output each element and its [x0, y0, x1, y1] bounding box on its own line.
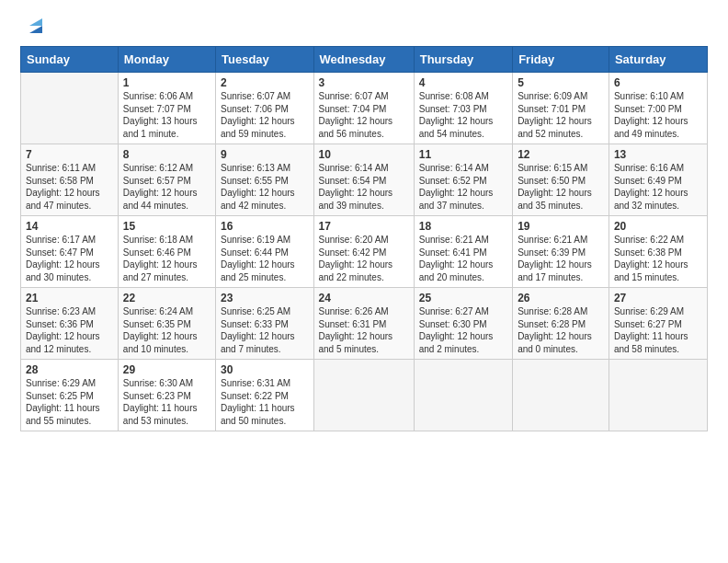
day-info: Sunrise: 6:07 AMSunset: 7:06 PMDaylight:… — [221, 90, 309, 140]
calendar-header-tuesday: Tuesday — [216, 47, 314, 73]
day-info: Sunrise: 6:30 AMSunset: 6:23 PMDaylight:… — [123, 377, 210, 427]
day-info: Sunrise: 6:17 AMSunset: 6:47 PMDaylight:… — [26, 234, 113, 283]
calendar-week-5: 28Sunrise: 6:29 AMSunset: 6:25 PMDayligh… — [21, 360, 708, 431]
day-number: 18 — [419, 220, 507, 233]
logo — [20, 17, 46, 37]
calendar-cell: 28Sunrise: 6:29 AMSunset: 6:25 PMDayligh… — [21, 360, 119, 431]
page: SundayMondayTuesdayWednesdayThursdayFrid… — [0, 0, 728, 563]
day-number: 7 — [26, 148, 113, 161]
day-number: 11 — [419, 148, 507, 161]
calendar-cell — [513, 360, 609, 431]
calendar-cell: 4Sunrise: 6:08 AMSunset: 7:03 PMDaylight… — [414, 73, 512, 144]
day-number: 29 — [123, 363, 210, 376]
day-info: Sunrise: 6:21 AMSunset: 6:39 PMDaylight:… — [518, 234, 604, 283]
day-number: 30 — [221, 363, 309, 376]
calendar-cell: 15Sunrise: 6:18 AMSunset: 6:46 PMDayligh… — [118, 216, 215, 288]
calendar-cell: 3Sunrise: 6:07 AMSunset: 7:04 PMDaylight… — [313, 73, 414, 144]
day-number: 25 — [419, 292, 507, 304]
calendar-week-1: 1Sunrise: 6:06 AMSunset: 7:07 PMDaylight… — [21, 73, 708, 144]
day-info: Sunrise: 6:15 AMSunset: 6:50 PMDaylight:… — [518, 162, 604, 212]
day-number: 5 — [518, 76, 604, 89]
day-number: 20 — [614, 220, 702, 233]
calendar-cell: 30Sunrise: 6:31 AMSunset: 6:22 PMDayligh… — [216, 360, 314, 431]
calendar-week-4: 21Sunrise: 6:23 AMSunset: 6:36 PMDayligh… — [21, 288, 708, 360]
day-info: Sunrise: 6:22 AMSunset: 6:38 PMDaylight:… — [614, 234, 702, 283]
calendar-cell — [313, 360, 414, 431]
day-number: 8 — [123, 148, 210, 161]
calendar-cell: 27Sunrise: 6:29 AMSunset: 6:27 PMDayligh… — [609, 288, 707, 360]
day-info: Sunrise: 6:29 AMSunset: 6:25 PMDaylight:… — [26, 377, 113, 427]
calendar-cell: 26Sunrise: 6:28 AMSunset: 6:28 PMDayligh… — [513, 288, 609, 360]
day-info: Sunrise: 6:07 AMSunset: 7:04 PMDaylight:… — [319, 90, 409, 140]
day-number: 24 — [319, 292, 409, 304]
calendar-cell: 11Sunrise: 6:14 AMSunset: 6:52 PMDayligh… — [414, 144, 512, 216]
calendar-cell: 10Sunrise: 6:14 AMSunset: 6:54 PMDayligh… — [313, 144, 414, 216]
calendar-header-sunday: Sunday — [21, 47, 119, 73]
day-info: Sunrise: 6:11 AMSunset: 6:58 PMDaylight:… — [26, 162, 113, 212]
calendar-header-friday: Friday — [513, 47, 609, 73]
calendar-header-wednesday: Wednesday — [313, 47, 414, 73]
calendar-header-monday: Monday — [118, 47, 215, 73]
day-number: 28 — [26, 363, 113, 376]
calendar-header-row: SundayMondayTuesdayWednesdayThursdayFrid… — [21, 47, 708, 73]
day-number: 17 — [319, 220, 409, 233]
calendar-cell — [21, 73, 119, 144]
day-info: Sunrise: 6:21 AMSunset: 6:41 PMDaylight:… — [419, 234, 507, 283]
day-info: Sunrise: 6:08 AMSunset: 7:03 PMDaylight:… — [419, 90, 507, 140]
calendar-cell: 20Sunrise: 6:22 AMSunset: 6:38 PMDayligh… — [609, 216, 707, 288]
calendar-cell: 14Sunrise: 6:17 AMSunset: 6:47 PMDayligh… — [21, 216, 119, 288]
calendar-cell: 19Sunrise: 6:21 AMSunset: 6:39 PMDayligh… — [513, 216, 609, 288]
calendar-cell: 7Sunrise: 6:11 AMSunset: 6:58 PMDaylight… — [21, 144, 119, 216]
calendar-header-thursday: Thursday — [414, 47, 512, 73]
day-number: 19 — [518, 220, 604, 233]
day-info: Sunrise: 6:23 AMSunset: 6:36 PMDaylight:… — [26, 305, 113, 355]
calendar-cell: 1Sunrise: 6:06 AMSunset: 7:07 PMDaylight… — [118, 73, 215, 144]
calendar-cell: 29Sunrise: 6:30 AMSunset: 6:23 PMDayligh… — [118, 360, 215, 431]
day-info: Sunrise: 6:14 AMSunset: 6:54 PMDaylight:… — [319, 162, 409, 212]
calendar-table: SundayMondayTuesdayWednesdayThursdayFrid… — [20, 46, 708, 431]
day-info: Sunrise: 6:27 AMSunset: 6:30 PMDaylight:… — [419, 305, 507, 355]
day-number: 21 — [26, 292, 113, 304]
day-info: Sunrise: 6:10 AMSunset: 7:00 PMDaylight:… — [614, 90, 702, 140]
calendar-cell: 16Sunrise: 6:19 AMSunset: 6:44 PMDayligh… — [216, 216, 314, 288]
header — [20, 17, 708, 37]
calendar-cell: 9Sunrise: 6:13 AMSunset: 6:55 PMDaylight… — [216, 144, 314, 216]
day-info: Sunrise: 6:29 AMSunset: 6:27 PMDaylight:… — [614, 305, 702, 355]
day-info: Sunrise: 6:13 AMSunset: 6:55 PMDaylight:… — [221, 162, 309, 212]
calendar-cell: 2Sunrise: 6:07 AMSunset: 7:06 PMDaylight… — [216, 73, 314, 144]
day-number: 3 — [319, 76, 409, 89]
calendar-header-saturday: Saturday — [609, 47, 707, 73]
day-number: 6 — [614, 76, 702, 89]
day-number: 10 — [319, 148, 409, 161]
day-info: Sunrise: 6:16 AMSunset: 6:49 PMDaylight:… — [614, 162, 702, 212]
calendar-cell: 13Sunrise: 6:16 AMSunset: 6:49 PMDayligh… — [609, 144, 707, 216]
day-info: Sunrise: 6:14 AMSunset: 6:52 PMDaylight:… — [419, 162, 507, 212]
calendar-cell — [609, 360, 707, 431]
day-number: 9 — [221, 148, 309, 161]
day-info: Sunrise: 6:12 AMSunset: 6:57 PMDaylight:… — [123, 162, 210, 212]
day-number: 1 — [123, 76, 210, 89]
day-number: 26 — [518, 292, 604, 304]
day-info: Sunrise: 6:18 AMSunset: 6:46 PMDaylight:… — [123, 234, 210, 283]
day-info: Sunrise: 6:28 AMSunset: 6:28 PMDaylight:… — [518, 305, 604, 355]
calendar-cell — [414, 360, 512, 431]
calendar-cell: 24Sunrise: 6:26 AMSunset: 6:31 PMDayligh… — [313, 288, 414, 360]
day-number: 22 — [123, 292, 210, 304]
day-number: 4 — [419, 76, 507, 89]
calendar-cell: 17Sunrise: 6:20 AMSunset: 6:42 PMDayligh… — [313, 216, 414, 288]
day-info: Sunrise: 6:25 AMSunset: 6:33 PMDaylight:… — [221, 305, 309, 355]
calendar-cell: 23Sunrise: 6:25 AMSunset: 6:33 PMDayligh… — [216, 288, 314, 360]
day-info: Sunrise: 6:31 AMSunset: 6:22 PMDaylight:… — [221, 377, 309, 427]
calendar-cell: 21Sunrise: 6:23 AMSunset: 6:36 PMDayligh… — [21, 288, 119, 360]
day-info: Sunrise: 6:06 AMSunset: 7:07 PMDaylight:… — [123, 90, 210, 140]
calendar-cell: 22Sunrise: 6:24 AMSunset: 6:35 PMDayligh… — [118, 288, 215, 360]
calendar-cell: 25Sunrise: 6:27 AMSunset: 6:30 PMDayligh… — [414, 288, 512, 360]
day-info: Sunrise: 6:24 AMSunset: 6:35 PMDaylight:… — [123, 305, 210, 355]
day-number: 15 — [123, 220, 210, 233]
day-info: Sunrise: 6:19 AMSunset: 6:44 PMDaylight:… — [221, 234, 309, 283]
calendar-cell: 6Sunrise: 6:10 AMSunset: 7:00 PMDaylight… — [609, 73, 707, 144]
day-info: Sunrise: 6:09 AMSunset: 7:01 PMDaylight:… — [518, 90, 604, 140]
day-info: Sunrise: 6:26 AMSunset: 6:31 PMDaylight:… — [319, 305, 409, 355]
calendar-cell: 12Sunrise: 6:15 AMSunset: 6:50 PMDayligh… — [513, 144, 609, 216]
calendar-cell: 5Sunrise: 6:09 AMSunset: 7:01 PMDaylight… — [513, 73, 609, 144]
